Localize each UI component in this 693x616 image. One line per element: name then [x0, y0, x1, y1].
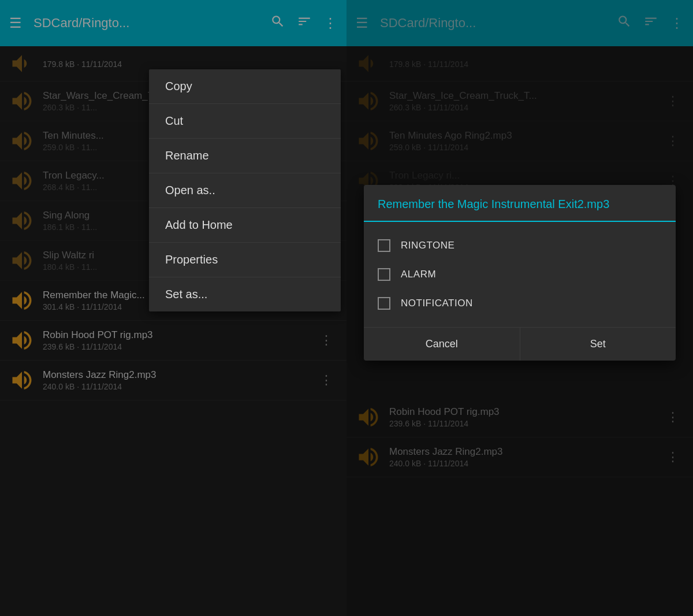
- context-menu-rename[interactable]: Rename: [149, 139, 341, 173]
- alarm-option[interactable]: ALARM: [378, 260, 662, 289]
- notification-option[interactable]: NOTIFICATION: [378, 289, 662, 318]
- dialog-body: RINGTONE ALARM NOTIFICATION: [364, 222, 676, 327]
- notification-label: NOTIFICATION: [401, 298, 473, 309]
- set-button[interactable]: Set: [520, 328, 676, 361]
- notification-checkbox[interactable]: [378, 297, 390, 310]
- set-as-dialog: Remember the Magic Instrumental Exit2.mp…: [364, 185, 676, 361]
- context-menu: Copy Cut Rename Open as.. Add to Home Pr…: [149, 69, 341, 311]
- context-menu-properties[interactable]: Properties: [149, 243, 341, 277]
- alarm-checkbox[interactable]: [378, 268, 390, 281]
- context-menu-add-to-home[interactable]: Add to Home: [149, 208, 341, 243]
- context-menu-set-as[interactable]: Set as...: [149, 277, 341, 311]
- dialog-title: Remember the Magic Instrumental Exit2.mp…: [364, 185, 676, 222]
- right-panel: ☰ SDCard/Ringtо... ⋮ 179.8 kB · 11/11/20…: [346, 0, 693, 616]
- context-menu-open-as[interactable]: Open as..: [149, 173, 341, 208]
- left-panel: ☰ SDCard/Ringtо... ⋮ 179.8 kB · 11/11/20…: [0, 0, 346, 616]
- ringtone-label: RINGTONE: [401, 240, 454, 251]
- context-menu-copy[interactable]: Copy: [149, 69, 341, 104]
- cancel-button[interactable]: Cancel: [364, 328, 520, 361]
- dialog-actions: Cancel Set: [364, 327, 676, 361]
- ringtone-checkbox[interactable]: [378, 239, 390, 252]
- context-menu-cut[interactable]: Cut: [149, 104, 341, 139]
- ringtone-option[interactable]: RINGTONE: [378, 231, 662, 260]
- alarm-label: ALARM: [401, 269, 436, 280]
